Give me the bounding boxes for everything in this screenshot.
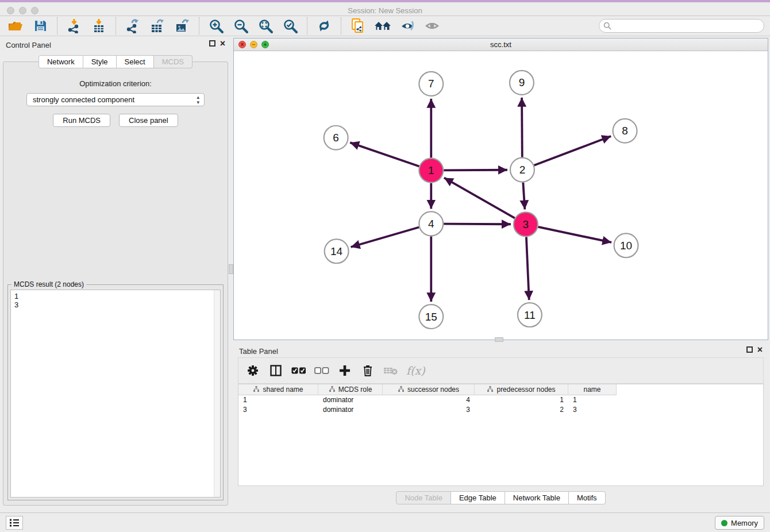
refresh-layout-icon[interactable] (314, 17, 334, 34)
import-network-icon[interactable] (64, 17, 84, 34)
main-toolbar (0, 16, 770, 36)
column-header-label: successor nodes (407, 385, 459, 394)
graph-edge-1-6[interactable] (350, 142, 419, 166)
node-table-body: 1dominator4113dominator323 (238, 395, 763, 415)
toolbar-separator (116, 17, 116, 34)
network-window-title: scc.txt (234, 38, 768, 49)
graph-edge-3-10[interactable] (538, 227, 611, 242)
hide-selected-eye-icon[interactable] (398, 17, 417, 34)
graph-node-label: 10 (620, 240, 632, 252)
toolbar-separator (199, 17, 199, 34)
graph-edge-3-11[interactable] (526, 237, 529, 300)
column-type-icon (487, 385, 494, 394)
column-header-label: shared name (263, 385, 303, 394)
column-header-name[interactable]: name (568, 384, 617, 395)
import-table-icon[interactable] (89, 17, 109, 34)
task-history-button[interactable] (6, 516, 23, 530)
table-row[interactable]: 1dominator411 (238, 395, 763, 405)
zoom-out-icon[interactable] (231, 17, 251, 34)
graph-node-label: 4 (428, 218, 434, 230)
tab-select[interactable]: Select (117, 55, 154, 68)
control-panel-title: Control Panel (6, 41, 51, 49)
columns-icon[interactable] (268, 363, 283, 378)
gear-icon[interactable] (245, 363, 260, 378)
export-image-icon[interactable] (172, 17, 192, 34)
zoom-in-icon[interactable] (206, 17, 226, 34)
deselect-all-icon[interactable] (314, 363, 329, 378)
graph-edge-4-14[interactable] (351, 228, 419, 248)
save-session-icon[interactable] (30, 17, 50, 34)
graph-edge-4-3[interactable] (444, 224, 511, 225)
criterion-select[interactable]: strongly connected component ▴▾ (26, 93, 205, 106)
show-hidden-eye-icon[interactable] (422, 17, 442, 34)
trash-icon[interactable] (360, 363, 375, 378)
graph-node-label: 8 (622, 125, 628, 137)
column-header-successor-nodes[interactable]: successor nodes (383, 384, 475, 395)
application-window: Session: New Session (0, 0, 770, 532)
select-all-icon[interactable] (291, 363, 306, 378)
add-row-icon[interactable] (337, 363, 352, 378)
column-header-shared-name[interactable]: shared name (238, 384, 318, 395)
network-maximize-icon[interactable]: + (261, 41, 269, 48)
search-icon (603, 22, 611, 30)
table-cell[interactable]: 4 (383, 395, 475, 405)
result-scrollbar[interactable] (214, 290, 220, 497)
column-header-predecessor-nodes[interactable]: predecessor nodes (475, 384, 568, 395)
table-panel: Table Panel × (233, 342, 768, 512)
network-canvas[interactable]: 1234678910111415 (234, 51, 768, 340)
window-title: Session: New Session (0, 6, 770, 15)
zoom-selected-icon[interactable] (280, 17, 300, 34)
toolbar-separator (307, 17, 307, 34)
zoom-fit-icon[interactable] (256, 17, 275, 34)
run-mcds-button[interactable]: Run MCDS (53, 114, 110, 127)
delete-table-icon[interactable] (383, 363, 398, 378)
column-type-icon (398, 385, 405, 394)
status-bar: Memory (0, 512, 770, 532)
float-table-panel-icon[interactable] (746, 346, 753, 353)
two-houses-icon[interactable] (373, 17, 392, 34)
memory-button[interactable]: Memory (715, 516, 764, 530)
network-minimize-icon[interactable]: − (250, 41, 257, 48)
search-input[interactable] (599, 19, 764, 33)
tab-network[interactable]: Network (38, 55, 83, 68)
close-table-panel-icon[interactable]: × (757, 346, 763, 353)
table-cell[interactable]: dominator (318, 395, 383, 405)
close-panel-button[interactable]: Close panel (119, 114, 178, 127)
graph-edge-1-2[interactable] (444, 170, 507, 171)
tab-mcds[interactable]: MCDS (154, 55, 192, 68)
table-cell[interactable]: 3 (238, 405, 318, 415)
memory-status-icon (721, 520, 727, 526)
tab-style[interactable]: Style (83, 55, 117, 68)
export-table-icon[interactable] (148, 17, 167, 34)
table-cell[interactable]: 1 (568, 395, 617, 405)
table-cell[interactable]: 3 (383, 405, 475, 415)
close-panel-icon[interactable]: × (220, 40, 225, 47)
tab-edge-table[interactable]: Edge Table (451, 491, 505, 504)
network-close-icon[interactable]: × (238, 41, 246, 48)
duplicate-network-icon[interactable] (348, 17, 368, 34)
function-builder-icon[interactable]: f(x) (406, 364, 425, 377)
tab-network-table[interactable]: Network Table (505, 491, 569, 504)
table-cell[interactable]: dominator (318, 405, 383, 415)
toolbar-separator (57, 17, 57, 34)
table-cell[interactable]: 1 (475, 395, 568, 405)
tab-node-table[interactable]: Node Table (396, 491, 451, 504)
export-network-icon[interactable] (123, 17, 143, 34)
splitter-grip-vertical[interactable] (229, 264, 233, 274)
splitter-grip-horizontal[interactable] (495, 337, 503, 342)
column-header-MCDS-role[interactable]: MCDS role (318, 384, 383, 395)
float-panel-icon[interactable] (209, 40, 215, 47)
mcds-result-text[interactable]: 1 3 (10, 290, 221, 498)
graph-edge-2-9[interactable] (522, 98, 522, 157)
open-session-icon[interactable] (6, 17, 25, 34)
graph-edge-2-8[interactable] (534, 136, 611, 165)
graph-edge-2-3[interactable] (523, 183, 525, 210)
workspace: × − + scc.txt 1234678910111415 Table Pan… (233, 38, 768, 512)
table-cell[interactable]: 3 (568, 405, 617, 415)
tab-motifs[interactable]: Motifs (569, 491, 606, 504)
table-row[interactable]: 3dominator323 (238, 405, 763, 415)
table-cell[interactable]: 2 (475, 405, 568, 415)
criterion-value: strongly connected component (33, 95, 134, 104)
table-cell[interactable]: 1 (238, 395, 318, 405)
graph-edge-3-1[interactable] (444, 178, 515, 218)
